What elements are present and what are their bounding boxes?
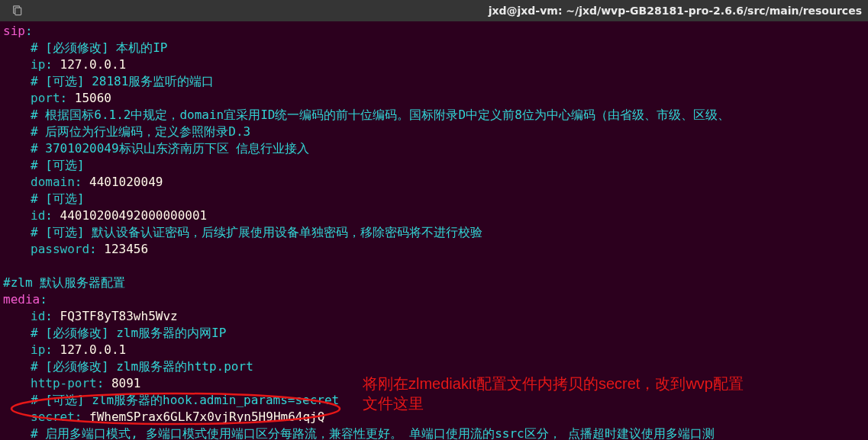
code-line: ip: 127.0.0.1 xyxy=(3,56,865,73)
terminal-viewport[interactable]: sip:# [必须修改] 本机的IPip: 127.0.0.1# [可选] 28… xyxy=(0,21,868,440)
code-seg-punct: : xyxy=(45,208,60,223)
code-seg-val: 15060 xyxy=(75,91,111,105)
code-seg-val: 4401020049 xyxy=(89,175,163,189)
code-seg-punct: : xyxy=(75,409,89,424)
code-line: # [可选] xyxy=(3,191,865,207)
code-seg-topkey: sip xyxy=(3,24,25,38)
code-line: http-port: 8091 xyxy=(3,375,865,392)
code-seg-key: ip xyxy=(31,57,45,72)
code-seg-val: FQ3TF8yT83wh5Wvz xyxy=(60,309,178,323)
code-line: media: xyxy=(3,291,865,308)
code-line: # [可选] 默认设备认证密码，后续扩展使用设备单独密码，移除密码将不进行校验 xyxy=(3,224,865,241)
copy-icon[interactable] xyxy=(11,5,23,17)
code-line xyxy=(3,258,865,275)
code-seg-cmt: # [可选] xyxy=(31,158,85,172)
code-seg-val: 127.0.0.1 xyxy=(60,57,127,72)
code-seg-cmt: #zlm 默认服务器配置 xyxy=(3,275,125,290)
code-line: port: 15060 xyxy=(3,90,865,107)
code-seg-val: 123456 xyxy=(104,242,148,256)
code-seg-val: 44010200492000000001 xyxy=(60,208,208,223)
code-seg-cmt: # [必须修改] 本机的IP xyxy=(31,40,167,55)
code-seg-key: port xyxy=(31,91,60,105)
code-seg-punct: : xyxy=(25,24,33,38)
code-seg-punct: : xyxy=(40,292,47,307)
code-seg-key: http-port xyxy=(31,376,97,390)
code-seg-cmt: # [可选] zlm服务器的hook.admin_params=secret xyxy=(31,393,339,407)
code-line: id: 44010200492000000001 xyxy=(3,207,865,224)
code-seg-cmt: # 后两位为行业编码，定义参照附录D.3 xyxy=(31,124,250,139)
code-line: secret: fWhemSPrax6GLk7x0vjRyn5H9Hm64qjQ xyxy=(3,409,865,426)
code-line: ip: 127.0.0.1 xyxy=(3,342,865,358)
code-seg-punct: : xyxy=(45,57,60,72)
code-seg-val: fWhemSPrax6GLk7x0vjRyn5H9Hm64qjQ xyxy=(89,409,324,424)
code-line: password: 123456 xyxy=(3,241,865,258)
code-seg-cmt: # [可选] 默认设备认证密码，后续扩展使用设备单独密码，移除密码将不进行校验 xyxy=(31,225,482,239)
code-seg-cmt: # [可选] 28181服务监听的端口 xyxy=(31,74,214,88)
code-line: # 后两位为行业编码，定义参照附录D.3 xyxy=(3,124,865,140)
code-line: # 根据国标6.1.2中规定，domain宜采用ID统一编码的前十位编码。国标附… xyxy=(3,107,865,124)
code-line: # [可选] zlm服务器的hook.admin_params=secret xyxy=(3,392,865,409)
code-seg-punct: : xyxy=(89,242,104,256)
code-seg-cmt: # [可选] xyxy=(31,191,85,206)
code-seg-punct: : xyxy=(75,175,89,189)
code-seg-punct: : xyxy=(97,376,111,390)
code-seg-key: secret xyxy=(31,409,75,424)
code-line: # [可选] 28181服务监听的端口 xyxy=(3,73,865,90)
code-seg-key: domain xyxy=(31,175,75,189)
code-seg-cmt: # [必须修改] zlm服务器的http.port xyxy=(31,359,253,374)
code-seg-key: id xyxy=(31,208,45,223)
svg-rect-1 xyxy=(15,8,21,15)
window-titlebar: jxd@jxd-vm: ~/jxd/wvp-GB28181-pro-2.6.6/… xyxy=(0,0,868,21)
code-line: #zlm 默认服务器配置 xyxy=(3,275,865,291)
code-line: domain: 4401020049 xyxy=(3,174,865,191)
code-line: sip: xyxy=(3,23,865,40)
code-seg-val: 8091 xyxy=(111,376,141,390)
code-seg-cmt: # [必须修改] zlm服务器的内网IP xyxy=(31,326,226,340)
code-seg-val: 127.0.0.1 xyxy=(60,342,127,357)
code-line: # [必须修改] zlm服务器的内网IP xyxy=(3,325,865,342)
code-line: # [必须修改] zlm服务器的http.port xyxy=(3,358,865,375)
code-seg-punct: : xyxy=(45,342,60,357)
code-seg-punct: : xyxy=(60,91,75,105)
code-seg-cmt: # 3701020049标识山东济南历下区 信息行业接入 xyxy=(31,141,309,156)
code-seg-key: ip xyxy=(31,342,45,357)
code-seg-key: password xyxy=(31,242,89,256)
code-seg-punct: : xyxy=(45,309,60,323)
code-line: # 3701020049标识山东济南历下区 信息行业接入 xyxy=(3,140,865,157)
code-line: id: FQ3TF8yT83wh5Wvz xyxy=(3,308,865,325)
code-seg-val xyxy=(3,259,11,273)
code-seg-cmt: # 根据国标6.1.2中规定，domain宜采用ID统一编码的前十位编码。国标附… xyxy=(31,108,730,122)
code-line: # [可选] xyxy=(3,157,865,174)
code-line: # 启用多端口模式, 多端口模式使用端口区分每路流，兼容性更好。 单端口使用流的… xyxy=(3,426,865,440)
code-line: # [必须修改] 本机的IP xyxy=(3,40,865,56)
code-seg-cmt: # 启用多端口模式, 多端口模式使用端口区分每路流，兼容性更好。 单端口使用流的… xyxy=(31,426,715,440)
window-title: jxd@jxd-vm: ~/jxd/wvp-GB28181-pro-2.6.6/… xyxy=(23,5,862,17)
code-seg-topkey: media xyxy=(3,292,40,307)
code-seg-key: id xyxy=(31,309,45,323)
